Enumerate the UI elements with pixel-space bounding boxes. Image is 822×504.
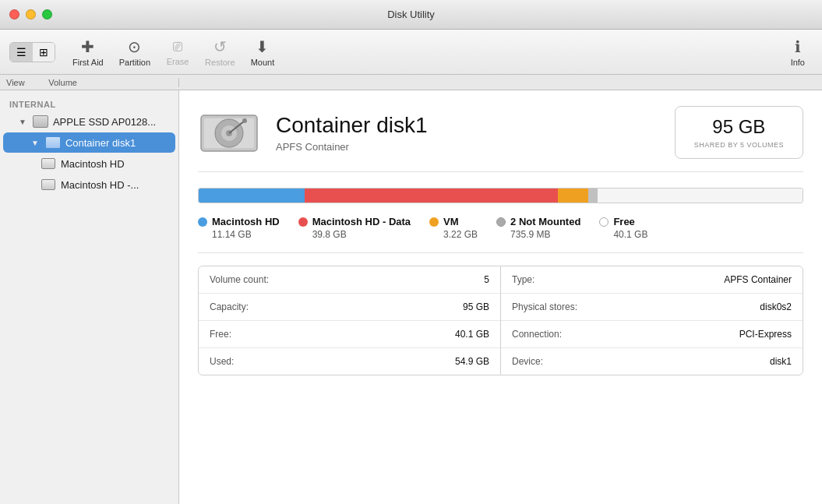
legend-item-free: Free 40.1 GB	[599, 216, 647, 240]
usage-bar	[198, 188, 803, 203]
legend-label: 2 Not Mounted	[510, 216, 580, 227]
info-key: Connection:	[512, 329, 739, 340]
sidebar-section-internal: Internal	[0, 97, 178, 111]
info-key: Type:	[512, 274, 724, 285]
hdd-icon	[33, 114, 48, 129]
legend-dot	[198, 217, 207, 227]
info-key: Capacity:	[210, 301, 463, 312]
disk-size-number: 95 GB	[694, 116, 784, 138]
sidebar-item-label: Macintosh HD -...	[61, 179, 139, 191]
first-aid-icon: ✚	[81, 37, 94, 56]
info-col-right: Type: APFS Container Physical stores: di…	[501, 266, 803, 375]
erase-button[interactable]: ⎚ Erase	[158, 34, 197, 69]
legend-dot	[298, 217, 308, 227]
disk-svg	[198, 109, 260, 156]
disk-image	[198, 109, 260, 156]
sidebar: Internal ▼ APPLE SSD AP0128... ▼ Contain…	[0, 90, 179, 504]
legend-label: Macintosh HD - Data	[312, 216, 411, 227]
info-row-capacity: Capacity: 95 GB	[199, 294, 500, 321]
disk-size-sublabel: SHARED BY 5 VOLUMES	[694, 141, 784, 149]
disk-info: Container disk1 APFS Container	[276, 113, 659, 153]
chevron-icon: ▼	[31, 139, 39, 147]
legend-label: Macintosh HD	[212, 216, 280, 227]
bar-macintosh-hd-data	[305, 189, 559, 203]
legend-label: Free	[613, 216, 634, 227]
sidebar-item-apple-ssd[interactable]: ▼ APPLE SSD AP0128...	[3, 111, 175, 132]
mount-button[interactable]: ⬇ Mount	[243, 34, 283, 70]
info-table: Volume count: 5 Capacity: 95 GB Free: 40…	[198, 266, 803, 375]
restore-button[interactable]: ↺ Restore	[197, 34, 243, 70]
legend-size: 40.1 GB	[599, 229, 647, 240]
view-list-button[interactable]: ☰	[10, 43, 33, 62]
info-key: Free:	[210, 329, 455, 340]
svg-point-6	[242, 118, 247, 123]
minimize-button[interactable]	[26, 9, 36, 19]
view-volume-bar: View Volume	[0, 75, 822, 90]
bar-macintosh-hd	[199, 189, 305, 203]
partition-icon: ⊙	[128, 37, 141, 56]
info-val: PCI-Express	[739, 329, 792, 340]
info-val: disk1	[770, 356, 792, 367]
restore-icon: ↺	[213, 37, 227, 56]
main-area: Internal ▼ APPLE SSD AP0128... ▼ Contain…	[0, 90, 822, 504]
bar-free	[598, 189, 803, 203]
disk-type: APFS Container	[276, 141, 659, 153]
title-bar: Disk Utility	[0, 0, 822, 30]
legend-item-macintosh-hd: Macintosh HD 11.14 GB	[198, 216, 280, 240]
content-area: Container disk1 APFS Container 95 GB SHA…	[179, 90, 822, 504]
erase-icon: ⎚	[173, 37, 182, 55]
view-toggle[interactable]: ☰ ⊞	[9, 42, 55, 62]
sidebar-item-label: Container disk1	[65, 137, 136, 149]
bar-vm	[558, 189, 588, 203]
sidebar-item-macintosh-hd[interactable]: Macintosh HD	[3, 153, 175, 174]
legend-dot	[429, 217, 439, 227]
info-key: Physical stores:	[512, 301, 760, 312]
legend: Macintosh HD 11.14 GB Macintosh HD - Dat…	[198, 216, 803, 240]
view-label: View Volume	[0, 78, 179, 87]
first-aid-button[interactable]: ✚ First Aid	[65, 34, 111, 70]
info-val: 40.1 GB	[455, 329, 489, 340]
disk-name: Container disk1	[276, 113, 659, 138]
info-key: Device:	[512, 356, 770, 367]
info-key: Used:	[210, 356, 455, 367]
info-row-used: Used: 54.9 GB	[199, 348, 500, 375]
legend-label: VM	[443, 216, 459, 227]
sidebar-item-container-disk1[interactable]: ▼ Container disk1	[3, 132, 175, 153]
volume-icon	[41, 177, 56, 192]
info-val: disk0s2	[760, 301, 792, 312]
info-row-physical-stores: Physical stores: disk0s2	[501, 294, 803, 321]
legend-item-macintosh-hd-data: Macintosh HD - Data 39.8 GB	[298, 216, 411, 240]
window-title: Disk Utility	[387, 9, 435, 20]
info-icon: ℹ	[795, 37, 801, 56]
partition-button[interactable]: ⊙ Partition	[111, 34, 158, 70]
legend-item-not-mounted: 2 Not Mounted 735.9 MB	[496, 216, 580, 240]
view-icon-button[interactable]: ⊞	[33, 43, 55, 62]
legend-size: 39.8 GB	[298, 229, 411, 240]
legend-size: 11.14 GB	[198, 229, 280, 240]
info-key: Volume count:	[210, 274, 484, 285]
mount-icon: ⬇	[256, 37, 269, 56]
usage-bar-container: Macintosh HD 11.14 GB Macintosh HD - Dat…	[198, 188, 803, 253]
chevron-icon: ▼	[19, 118, 26, 126]
close-button[interactable]	[9, 9, 19, 19]
info-row-connection: Connection: PCI-Express	[501, 321, 803, 348]
info-val: 95 GB	[463, 301, 489, 312]
info-col-left: Volume count: 5 Capacity: 95 GB Free: 40…	[199, 266, 501, 375]
legend-size: 3.22 GB	[429, 229, 478, 240]
sidebar-item-macintosh-hd-data[interactable]: Macintosh HD -...	[3, 174, 175, 195]
disk-size-badge: 95 GB SHARED BY 5 VOLUMES	[675, 106, 803, 159]
info-val: 54.9 GB	[455, 356, 489, 367]
info-row-volume-count: Volume count: 5	[199, 266, 500, 294]
info-val: APFS Container	[724, 274, 792, 285]
volume-icon	[41, 156, 56, 171]
maximize-button[interactable]	[42, 9, 52, 19]
disk-header: Container disk1 APFS Container 95 GB SHA…	[198, 106, 803, 172]
info-row-free: Free: 40.1 GB	[199, 321, 500, 348]
bar-not-mounted	[588, 189, 598, 203]
info-row-device: Device: disk1	[501, 348, 803, 375]
legend-size: 735.9 MB	[496, 229, 580, 240]
info-val: 5	[484, 274, 489, 285]
info-button[interactable]: ℹ Info	[783, 34, 813, 70]
sidebar-item-label: Macintosh HD	[61, 158, 125, 170]
window-controls	[9, 9, 52, 19]
